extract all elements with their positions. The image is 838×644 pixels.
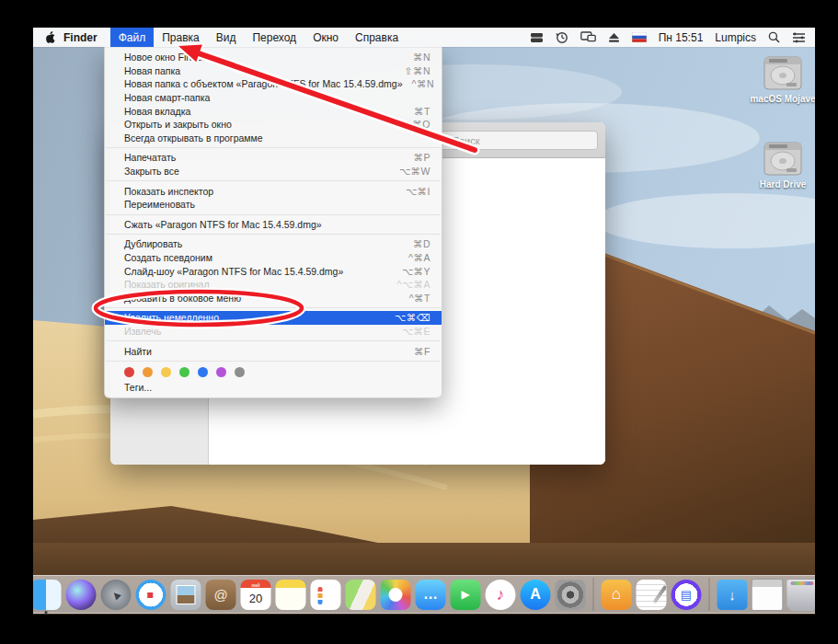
menu-item-16[interactable]: Дублировать⌘D bbox=[105, 237, 442, 251]
appstore-app-icon: A bbox=[521, 580, 551, 610]
menu-item-4[interactable]: Новая вкладка⌘T bbox=[105, 104, 442, 118]
spotlight-icon[interactable] bbox=[768, 31, 780, 43]
menubar-menu-help[interactable]: Справка bbox=[347, 28, 407, 47]
dock-sysprefs-icon[interactable] bbox=[555, 580, 587, 610]
dock-calendar-icon[interactable]: май20 bbox=[240, 580, 272, 610]
menu-item-label: Дублировать bbox=[124, 238, 182, 249]
displays-icon[interactable] bbox=[580, 31, 596, 43]
desktop-volumes: macOS Mojave Hard Drive bbox=[740, 55, 815, 190]
menu-item-shortcut: ⌥⌘⌫ bbox=[395, 312, 430, 323]
menu-item-8[interactable]: Напечатать⌘P bbox=[105, 151, 442, 165]
appstore-glyph: A bbox=[530, 586, 541, 603]
tag-dot[interactable] bbox=[235, 367, 245, 377]
menu-item-11[interactable]: Показать инспектор⌥⌘I bbox=[105, 184, 442, 198]
dock-facetime-icon[interactable]: ▶ bbox=[450, 580, 482, 610]
dock-divider bbox=[709, 578, 710, 611]
dock-launchpad-icon[interactable]: ▲ bbox=[100, 580, 132, 610]
menu-item-25[interactable]: Найти⌘F bbox=[105, 344, 442, 358]
dock-textedit-icon[interactable] bbox=[636, 580, 668, 610]
menu-item-label: Новая смарт-папка bbox=[124, 92, 210, 103]
contacts-app-icon: @ bbox=[206, 580, 236, 610]
apple-logo-icon[interactable] bbox=[44, 30, 56, 44]
menubar-menu-file[interactable]: Файл bbox=[110, 28, 155, 47]
menubar-user[interactable]: Lumpics bbox=[715, 31, 756, 44]
downloads-app-icon: ↓ bbox=[717, 580, 748, 610]
menu-item-label: Напечатать bbox=[124, 152, 176, 163]
menu-item-20[interactable]: Добавить в боковое меню^⌘T bbox=[105, 292, 442, 305]
menu-item-label: Удалить немедленно... bbox=[124, 312, 227, 323]
dock-home-icon[interactable]: ⌂ bbox=[601, 580, 633, 610]
tag-dots-row bbox=[105, 364, 442, 381]
search-field[interactable] bbox=[432, 131, 598, 150]
menu-item-shortcut: ⌘T bbox=[414, 106, 430, 117]
menu-item-0[interactable]: Новое окно Finder⌘N bbox=[105, 51, 442, 64]
menu-item-9[interactable]: Закрыть все⌥⌘W bbox=[105, 165, 442, 178]
menu-item-3[interactable]: Новая смарт-папка bbox=[105, 91, 442, 105]
dock-safari-icon[interactable]: ◆ bbox=[135, 580, 167, 610]
menubar-clock[interactable]: Пн 15:51 bbox=[659, 31, 704, 44]
menubar-app-name[interactable]: Finder bbox=[63, 31, 98, 44]
tag-dot[interactable] bbox=[216, 367, 226, 377]
menu-item-shortcut: ⌘F bbox=[414, 346, 430, 357]
menubar-menu-window[interactable]: Окно bbox=[304, 28, 347, 47]
dock-photos-icon[interactable] bbox=[380, 580, 412, 610]
launchpad-glyph: ▲ bbox=[107, 585, 125, 604]
menubar-menus: ФайлПравкаВидПереходОкноСправка bbox=[110, 28, 407, 47]
menu-separator bbox=[106, 234, 441, 235]
dock-siri-icon[interactable] bbox=[65, 580, 98, 610]
dock-reminders-icon[interactable] bbox=[310, 580, 342, 610]
tag-dot[interactable] bbox=[179, 367, 189, 377]
desktop-volume-0[interactable]: macOS Mojave bbox=[740, 55, 815, 104]
dock-paragon-icon[interactable]: ▤ bbox=[671, 580, 703, 610]
tag-dot[interactable] bbox=[143, 367, 153, 377]
menubar-menu-edit[interactable]: Правка bbox=[154, 28, 208, 47]
menu-item-19: Показать оригинал^⌥⌘A bbox=[105, 278, 442, 292]
menu-item-28[interactable]: Теги... bbox=[105, 381, 442, 395]
menu-item-1[interactable]: Новая папка⇧⌘N bbox=[105, 64, 442, 78]
desktop-volume-1[interactable]: Hard Drive bbox=[740, 141, 815, 190]
dock-contacts-icon[interactable]: @ bbox=[205, 580, 237, 610]
messages-app-icon: … bbox=[416, 580, 446, 610]
tag-dot[interactable] bbox=[198, 367, 208, 377]
dock-preview-icon[interactable] bbox=[170, 580, 202, 610]
menu-item-shortcut: ⇧⌘N bbox=[405, 65, 430, 76]
hard-drive-icon bbox=[761, 55, 805, 92]
eject-icon[interactable] bbox=[608, 32, 620, 43]
menu-item-label: Теги... bbox=[124, 382, 152, 393]
tag-dot[interactable] bbox=[124, 367, 134, 377]
dock-notes-icon[interactable] bbox=[275, 580, 307, 610]
menu-item-label: Показать инспектор bbox=[124, 186, 213, 197]
dock-messages-icon[interactable]: … bbox=[415, 580, 447, 610]
notification-center-icon[interactable] bbox=[792, 32, 806, 43]
tag-dot[interactable] bbox=[161, 367, 171, 377]
safari-glyph: ◆ bbox=[143, 587, 157, 601]
search-input[interactable] bbox=[450, 134, 592, 147]
menu-item-17[interactable]: Создать псевдоним^⌘A bbox=[105, 251, 442, 265]
menu-item-22[interactable]: Удалить немедленно...⌥⌘⌫ bbox=[105, 311, 442, 325]
menubar-menu-go[interactable]: Переход bbox=[244, 28, 304, 47]
menu-item-12[interactable]: Переименовать bbox=[105, 198, 442, 212]
dock-maps-icon[interactable] bbox=[345, 580, 377, 610]
menu-item-18[interactable]: Слайд-шоу «Paragon NTFS for Mac 15.4.59.… bbox=[105, 264, 442, 278]
menu-item-shortcut: ⌥⌘E bbox=[402, 326, 430, 337]
dock-finder-icon[interactable] bbox=[33, 580, 63, 610]
menu-item-5[interactable]: Открыть и закрыть окно⌥⌘O bbox=[105, 118, 442, 132]
dock-itunes-icon[interactable]: ♪ bbox=[485, 580, 517, 610]
menu-item-label: Добавить в боковое меню bbox=[124, 293, 241, 304]
dock-trash-icon[interactable] bbox=[786, 579, 816, 611]
menu-separator bbox=[106, 214, 441, 215]
dock-downloads-icon[interactable]: ↓ bbox=[717, 580, 749, 610]
ru-flag-icon[interactable] bbox=[632, 32, 647, 42]
menu-item-2[interactable]: Новая папка с объектом «Paragon NTFS for… bbox=[105, 77, 442, 91]
menu-item-shortcut: ^⌘N bbox=[412, 78, 435, 89]
menu-item-14[interactable]: Сжать «Paragon NTFS for Mac 15.4.59.dmg» bbox=[105, 218, 442, 232]
finder-app-icon bbox=[33, 580, 62, 610]
dock-windowthumb-icon[interactable] bbox=[752, 579, 784, 611]
paragon-drives-icon[interactable] bbox=[530, 32, 544, 43]
time-machine-icon[interactable] bbox=[556, 31, 568, 44]
menubar-menu-view[interactable]: Вид bbox=[208, 28, 245, 47]
menu-item-label: Всегда открывать в программе bbox=[124, 132, 263, 144]
dock-appstore-icon[interactable]: A bbox=[520, 580, 552, 610]
menu-item-shortcut: ⌥⌘O bbox=[401, 119, 430, 130]
menu-item-6[interactable]: Всегда открывать в программе bbox=[105, 132, 442, 145]
